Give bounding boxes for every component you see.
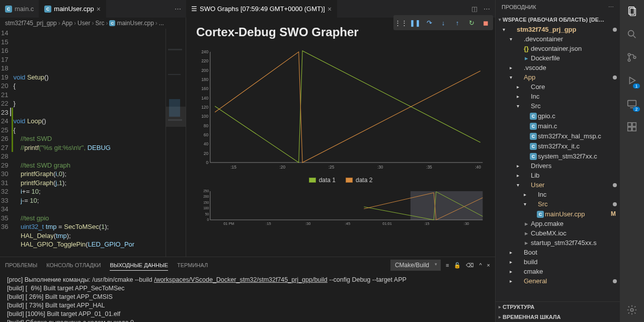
svg-text::30: :30 bbox=[305, 221, 310, 226]
breadcrumb[interactable]: stm32f745_prj_gpp› App› User› Src› C mai… bbox=[0, 18, 186, 29]
explorer-title: ПРОВОДНИК bbox=[502, 4, 536, 11]
settings-icon[interactable] bbox=[625, 303, 639, 317]
svg-text::30: :30 bbox=[377, 165, 383, 170]
tree-item[interactable]: {}devcontainer.json bbox=[496, 44, 620, 53]
chart-overview[interactable]: 050100150200250 01 PM:15:30:4501:01:15:3… bbox=[196, 189, 485, 226]
drag-handle-icon[interactable]: ⋮⋮ bbox=[395, 17, 407, 29]
svg-text:220: 220 bbox=[201, 58, 208, 63]
tree-item[interactable]: ▸Inc bbox=[496, 190, 620, 199]
tree-item[interactable]: Cstm32f7xx_hal_msp.c bbox=[496, 131, 620, 141]
outline-section[interactable]: ▸СТРУКТУРА bbox=[496, 302, 620, 312]
workspace-header[interactable]: ▾WSPACE (РАБОЧАЯ ОБЛАСТЬ) [DE… bbox=[496, 15, 620, 25]
code-editor[interactable]: 1415161718192021222324252627282930313233… bbox=[0, 29, 186, 257]
explorer-icon[interactable] bbox=[625, 4, 639, 18]
tab-debug-console[interactable]: КОНСОЛЬ ОТЛАДКИ bbox=[46, 260, 101, 270]
tree-item[interactable]: ▸Core bbox=[496, 82, 620, 92]
tree-item[interactable]: Cstm32f7xx_it.c bbox=[496, 141, 620, 151]
svg-text::25: :25 bbox=[329, 165, 335, 170]
chart-main[interactable]: 020406080100120140160180200220240 :15:20… bbox=[196, 47, 485, 173]
tab-swo-graphs[interactable]: ☰SWO Graphs [07:59:49 GMT+0000 (GMT)]× bbox=[186, 0, 337, 18]
svg-text:01 PM: 01 PM bbox=[223, 221, 234, 226]
tree-item[interactable]: ▾Src bbox=[496, 101, 620, 111]
tree-item[interactable]: ▾User bbox=[496, 180, 620, 190]
c-file-icon: C bbox=[5, 6, 12, 13]
close-icon[interactable]: × bbox=[97, 5, 101, 13]
filter-icon[interactable]: ≡ bbox=[446, 262, 449, 268]
tab-terminal[interactable]: ТЕРМИНАЛ bbox=[177, 260, 208, 270]
svg-text:150: 150 bbox=[203, 201, 209, 204]
svg-text::20: :20 bbox=[279, 165, 285, 170]
expand-icon[interactable]: ^ bbox=[479, 262, 481, 268]
lock-icon[interactable]: 🔓 bbox=[454, 262, 461, 269]
step-over-button[interactable]: ↷ bbox=[423, 17, 435, 29]
svg-point-42 bbox=[628, 59, 630, 61]
timeline-section[interactable]: ▸ВРЕМЕННАЯ ШКАЛА bbox=[496, 312, 620, 322]
output-channel-select[interactable]: CMake/Build ▾ bbox=[390, 260, 441, 271]
tree-item[interactable]: ▾.devcontainer bbox=[496, 34, 620, 44]
tab-output[interactable]: ВЫХОДНЫЕ ДАННЫЕ bbox=[110, 260, 168, 271]
svg-text::15: :15 bbox=[230, 165, 236, 170]
extensions-icon[interactable] bbox=[625, 120, 639, 134]
tab-problems[interactable]: ПРОБЛЕМЫ bbox=[5, 260, 37, 270]
debug-toolbar: ⋮⋮ ❚❚ ↷ ↓ ↑ ↻ ◼ bbox=[393, 15, 493, 30]
tree-item[interactable]: ▸CubeMX.ioc bbox=[496, 228, 620, 238]
svg-text:50: 50 bbox=[205, 212, 209, 215]
step-out-button[interactable]: ↑ bbox=[451, 17, 463, 29]
svg-rect-50 bbox=[632, 123, 636, 126]
run-debug-icon[interactable]: 1 bbox=[625, 73, 639, 88]
clear-icon[interactable]: ⌫ bbox=[466, 262, 474, 269]
tree-item[interactable]: Cgpio.c bbox=[496, 111, 620, 121]
remote-icon[interactable]: 2 bbox=[625, 97, 639, 111]
svg-text::45: :45 bbox=[345, 221, 350, 226]
tree-item[interactable]: ▸.vscode bbox=[496, 63, 620, 72]
svg-text:80: 80 bbox=[204, 123, 208, 128]
svg-text::40: :40 bbox=[475, 165, 481, 170]
source-control-icon[interactable] bbox=[625, 50, 639, 64]
tree-item[interactable]: ▸startup_stm32f745xx.s bbox=[496, 238, 620, 248]
search-icon[interactable] bbox=[625, 27, 639, 41]
split-editor-icon[interactable]: ◫ bbox=[471, 5, 477, 13]
stop-button[interactable]: ◼ bbox=[479, 17, 492, 29]
svg-text::15: :15 bbox=[424, 221, 429, 226]
tree-item[interactable]: ▸App.cmake bbox=[496, 219, 620, 228]
svg-point-41 bbox=[628, 53, 630, 56]
pause-button[interactable]: ❚❚ bbox=[409, 17, 421, 29]
svg-point-51 bbox=[630, 308, 633, 311]
activity-bar: 1 2 bbox=[620, 0, 644, 322]
svg-rect-49 bbox=[632, 127, 636, 131]
more-icon[interactable]: ⋯ bbox=[484, 5, 490, 13]
panel-tabs: ПРОБЛЕМЫ КОНСОЛЬ ОТЛАДКИ ВЫХОДНЫЕ ДАННЫЕ… bbox=[0, 257, 495, 273]
close-panel-icon[interactable]: × bbox=[487, 262, 490, 268]
tree-item[interactable]: ▾Src bbox=[496, 199, 620, 209]
svg-line-40 bbox=[633, 36, 636, 38]
tab-mainuser-cpp[interactable]: CmainUser.cpp× bbox=[39, 0, 106, 18]
svg-text::30: :30 bbox=[464, 221, 469, 226]
minimap[interactable] bbox=[166, 29, 186, 257]
step-into-button[interactable]: ↓ bbox=[437, 17, 449, 29]
tree-item[interactable]: Cmain.c bbox=[496, 121, 620, 131]
svg-text:240: 240 bbox=[201, 49, 208, 54]
more-icon[interactable]: ⋯ bbox=[175, 5, 181, 13]
tree-item[interactable]: CmainUser.cppM bbox=[496, 209, 620, 219]
svg-point-39 bbox=[628, 31, 634, 36]
close-icon[interactable]: × bbox=[328, 5, 332, 13]
output-content[interactable]: [proc] Выполнение команды: /usr/bin/cmak… bbox=[0, 273, 495, 322]
svg-text:250: 250 bbox=[203, 189, 209, 193]
tree-item[interactable]: ▸Boot bbox=[496, 248, 620, 257]
tree-item[interactable]: ▾App bbox=[496, 72, 620, 82]
tree-item[interactable]: ▸build bbox=[496, 257, 620, 267]
tree-item[interactable]: ▸cmake bbox=[496, 267, 620, 276]
chart-legend: data 1 data 2 bbox=[196, 177, 485, 184]
tree-item[interactable]: ▸Inc bbox=[496, 92, 620, 101]
tree-item[interactable]: ▾stm32f745_prj_gpp bbox=[496, 25, 620, 34]
tree-item[interactable]: ▸Dockerfile bbox=[496, 53, 620, 63]
svg-text:100: 100 bbox=[203, 206, 209, 210]
restart-button[interactable]: ↻ bbox=[465, 17, 477, 29]
more-icon[interactable]: ⋯ bbox=[608, 4, 614, 11]
tree-item[interactable]: ▸Lib bbox=[496, 171, 620, 180]
tree-item[interactable]: ▸Drivers bbox=[496, 161, 620, 171]
cpp-file-icon: C bbox=[44, 6, 51, 13]
tree-item[interactable]: ▸General bbox=[496, 276, 620, 286]
tab-main-c[interactable]: Cmain.c bbox=[0, 0, 39, 18]
tree-item[interactable]: Csystem_stm32f7xx.c bbox=[496, 151, 620, 161]
